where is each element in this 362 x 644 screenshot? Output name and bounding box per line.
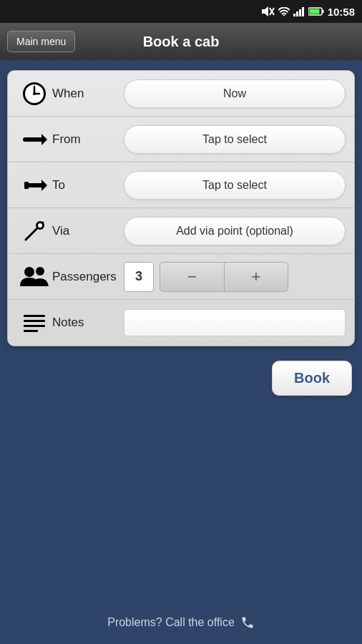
- to-icon-container: [16, 172, 52, 198]
- svg-point-16: [33, 92, 36, 95]
- when-row: When Now: [8, 71, 354, 117]
- booking-form: When Now From Tap to select To Tap t: [7, 70, 355, 346]
- status-time: 10:58: [328, 6, 355, 18]
- to-icon: [21, 172, 47, 198]
- svg-point-26: [36, 267, 44, 275]
- svg-rect-29: [24, 325, 45, 327]
- to-control[interactable]: Tap to select: [124, 171, 346, 200]
- decrement-button[interactable]: −: [160, 262, 224, 292]
- svg-rect-11: [309, 9, 319, 14]
- svg-marker-18: [41, 134, 47, 145]
- passengers-row: Passengers 3 − +: [8, 254, 354, 300]
- svg-rect-30: [24, 330, 38, 332]
- main-menu-button[interactable]: Main menu: [7, 31, 75, 52]
- passengers-control: 3 − +: [124, 262, 346, 292]
- from-row: From Tap to select: [8, 117, 354, 162]
- when-label: When: [52, 87, 124, 101]
- to-row: To Tap to select: [8, 162, 354, 208]
- book-button[interactable]: Book: [272, 361, 352, 396]
- signal-icon: [293, 6, 305, 16]
- battery-icon: [308, 7, 324, 16]
- via-label: Via: [52, 224, 124, 238]
- svg-marker-1: [265, 6, 268, 16]
- svg-rect-17: [23, 137, 43, 142]
- phone-icon: [240, 615, 255, 630]
- to-label: To: [52, 178, 124, 192]
- from-icon-container: [16, 127, 52, 152]
- svg-rect-21: [24, 182, 29, 189]
- svg-marker-20: [41, 180, 47, 191]
- passengers-icon-container: [16, 266, 52, 288]
- svg-rect-10: [322, 10, 323, 14]
- svg-rect-7: [299, 9, 301, 16]
- to-button[interactable]: Tap to select: [124, 171, 346, 200]
- increment-button[interactable]: +: [224, 262, 288, 292]
- notes-row: Notes: [8, 300, 354, 346]
- via-control[interactable]: Add via point (optional): [124, 217, 346, 245]
- when-control[interactable]: Now: [124, 79, 346, 108]
- from-label: From: [52, 132, 124, 147]
- from-icon: [21, 127, 47, 152]
- book-button-container: Book: [0, 356, 362, 403]
- status-bar: 10:58: [0, 0, 362, 23]
- wifi-icon: [278, 7, 290, 16]
- passengers-icon: [20, 266, 49, 288]
- footer-text: Problems? Call the office: [107, 616, 235, 629]
- svg-rect-28: [24, 320, 45, 322]
- via-row: Via Add via point (optional): [8, 208, 354, 254]
- svg-point-4: [283, 15, 285, 16]
- status-icons: 10:58: [262, 6, 355, 18]
- clock-icon: [21, 81, 47, 107]
- notes-input[interactable]: [124, 309, 346, 336]
- svg-rect-8: [302, 7, 304, 16]
- svg-point-24: [38, 223, 42, 228]
- svg-rect-27: [24, 315, 45, 317]
- notes-icon: [22, 311, 47, 335]
- when-icon-container: [16, 81, 52, 107]
- notes-control[interactable]: [124, 309, 346, 336]
- svg-point-25: [24, 267, 34, 277]
- via-icon: [21, 218, 47, 244]
- from-button[interactable]: Tap to select: [124, 125, 346, 154]
- notes-label: Notes: [52, 316, 124, 330]
- svg-rect-0: [262, 9, 265, 14]
- passengers-label: Passengers: [52, 270, 124, 284]
- via-button[interactable]: Add via point (optional): [124, 217, 346, 245]
- page-title: Book a cab: [143, 34, 220, 50]
- from-control[interactable]: Tap to select: [124, 125, 346, 154]
- top-bar: Main menu Book a cab: [0, 23, 362, 60]
- mute-icon: [262, 6, 275, 16]
- notes-icon-container: [16, 311, 52, 335]
- svg-rect-6: [296, 11, 298, 16]
- via-icon-container: [16, 218, 52, 244]
- passenger-count: 3: [124, 262, 154, 292]
- when-button[interactable]: Now: [124, 79, 346, 108]
- footer: Problems? Call the office: [0, 615, 362, 630]
- svg-rect-5: [293, 14, 295, 16]
